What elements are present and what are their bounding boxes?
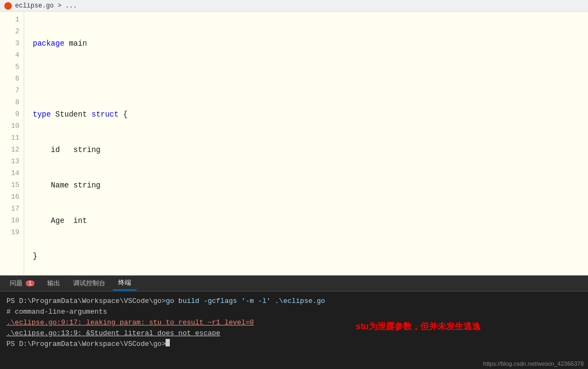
bottom-panel: 问题 1 输出 调试控制台 终端 PS D:\ProgramData\Works… — [0, 275, 588, 369]
breadcrumb: eclipse.go > ... — [15, 2, 77, 10]
line-numbers: 1 2 3 4 5 6 7 8 9 10 11 12 13 14 15 16 1… — [0, 12, 24, 275]
tab-debug-console[interactable]: 调试控制台 — [68, 277, 111, 290]
terminal-cursor — [166, 339, 170, 346]
eclipse-icon — [4, 2, 12, 10]
watermark: https://blog.csdn.net/weixin_42366378 — [483, 360, 584, 367]
terminal-line-2: # command-line-arguments — [6, 307, 582, 317]
title-bar: eclipse.go > ... — [0, 0, 588, 12]
terminal-prompt-1: PS D:\ProgramData\Workspace\VSCode\go> — [6, 296, 166, 307]
code-editor: 1 2 3 4 5 6 7 8 9 10 11 12 13 14 15 16 1… — [0, 12, 588, 275]
terminal-line-5: PS D:\ProgramData\Workspace\VSCode\go> — [6, 339, 582, 350]
code-line-5: Name string — [33, 179, 588, 191]
code-line-3: type Student struct { — [33, 108, 588, 120]
tab-output[interactable]: 输出 — [42, 277, 66, 290]
terminal-content[interactable]: PS D:\ProgramData\Workspace\VSCode\go> g… — [0, 292, 588, 369]
annotation-text: stu为泄露参数，但并未发生逃逸 — [356, 321, 481, 332]
problems-badge: 1 — [26, 280, 34, 286]
code-content[interactable]: package main type Student struct { id st… — [24, 12, 588, 275]
terminal-line-1: PS D:\ProgramData\Workspace\VSCode\go> g… — [6, 296, 582, 307]
code-line-1: package main — [33, 38, 588, 49]
tab-terminal[interactable]: 终端 — [113, 276, 137, 291]
panel-tabs: 问题 1 输出 调试控制台 终端 — [0, 276, 588, 292]
code-line-7: } — [33, 250, 588, 262]
tab-problems[interactable]: 问题 1 — [4, 277, 40, 290]
terminal-prompt-2: PS D:\ProgramData\Workspace\VSCode\go> — [6, 339, 166, 350]
code-line-4: id string — [33, 144, 588, 156]
terminal-command: go build -gcflags '-m -l' .\eclipse.go — [166, 296, 325, 307]
terminal-line-4: .\eclipse.go:13:9: &Student literal does… — [6, 328, 582, 339]
code-line-2 — [33, 73, 588, 85]
code-line-6: Age int — [33, 215, 588, 227]
terminal-line-3: .\eclipse.go:9:17: leaking param: stu to… — [6, 317, 582, 328]
